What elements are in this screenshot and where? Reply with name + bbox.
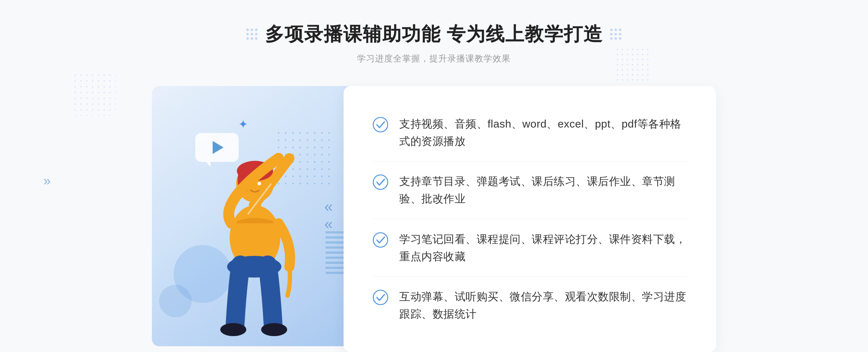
header-section: 多项录播课辅助功能 专为线上教学打造 学习进度全掌握，提升录播课教学效果 [246, 22, 622, 64]
svg-point-9 [261, 323, 287, 336]
illus-chevrons-decoration: «« [324, 198, 333, 233]
header-title-row: 多项录播课辅助功能 专为线上教学打造 [246, 22, 622, 47]
illustration-inner: «« ✦ [152, 86, 354, 346]
title-dots-left [246, 29, 258, 40]
svg-point-8 [220, 323, 246, 336]
feature-item-2: 支持章节目录、弹题考试、课后练习、课后作业、章节测验、批改作业 [373, 169, 687, 211]
divider-3 [373, 276, 687, 277]
check-circle-icon-2 [373, 174, 388, 190]
page-title: 多项录播课辅助功能 专为线上教学打造 [265, 22, 603, 47]
check-circle-icon-4 [373, 289, 388, 305]
page-container: » 多项录播课辅助功能 专为线上教学打造 学习进度全掌握，提升录播课教学效果 [0, 0, 868, 352]
feature-item-3: 学习笔记回看、课程提问、课程评论打分、课件资料下载，重点内容收藏 [373, 227, 687, 269]
person-illustration [184, 137, 322, 346]
divider-1 [373, 161, 687, 162]
svg-point-13 [373, 175, 388, 189]
content-card: 支持视频、音频、flash、word、excel、ppt、pdf等各种格式的资源… [344, 86, 716, 352]
dots-decoration-left [72, 72, 116, 116]
chevron-decoration-left: » [43, 173, 51, 189]
illustration-card: «« ✦ [152, 86, 354, 346]
svg-point-10 [227, 256, 281, 278]
feature-text-2: 支持章节目录、弹题考试、课后练习、课后作业、章节测验、批改作业 [399, 173, 687, 207]
svg-point-12 [373, 117, 388, 132]
sparkle-decoration: ✦ [239, 119, 247, 130]
feature-text-3: 学习笔记回看、课程提问、课程评论打分、课件资料下载，重点内容收藏 [399, 231, 687, 265]
svg-point-14 [373, 233, 388, 247]
title-dots-right [610, 29, 622, 40]
check-circle-icon-1 [373, 117, 388, 133]
svg-point-5 [258, 182, 261, 185]
check-circle-icon-3 [373, 232, 388, 248]
feature-item-1: 支持视频、音频、flash、word、excel、ppt、pdf等各种格式的资源… [373, 112, 687, 154]
feature-text-1: 支持视频、音频、flash、word、excel、ppt、pdf等各种格式的资源… [399, 115, 687, 150]
page-subtitle: 学习进度全掌握，提升录播课教学效果 [246, 53, 622, 64]
divider-2 [373, 219, 687, 219]
main-content: «« ✦ [152, 86, 716, 352]
svg-point-15 [373, 290, 388, 305]
feature-item-4: 互动弹幕、试听购买、微信分享、观看次数限制、学习进度跟踪、数据统计 [373, 284, 687, 326]
feature-text-4: 互动弹幕、试听购买、微信分享、观看次数限制、学习进度跟踪、数据统计 [399, 288, 687, 323]
